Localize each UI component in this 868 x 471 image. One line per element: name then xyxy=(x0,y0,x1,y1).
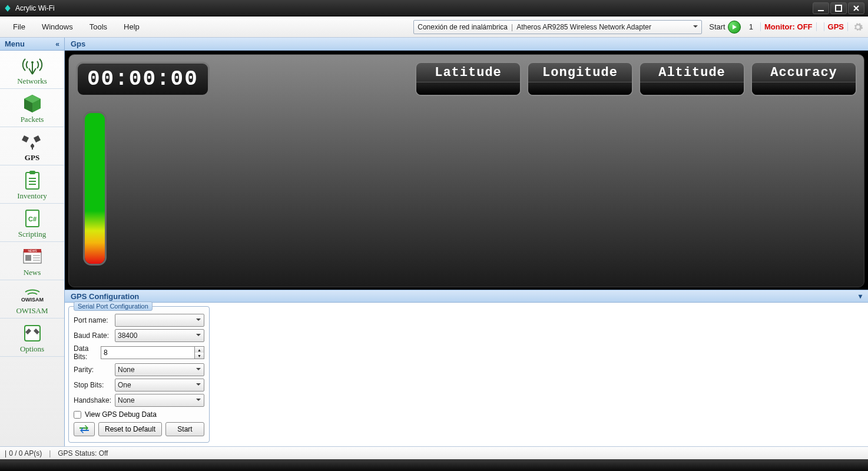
content-area: 00:00:00 Latitude Longitude Altitude xyxy=(65,51,868,446)
data-bits-spinner[interactable]: ▲ ▼ xyxy=(101,346,204,359)
menu-bar: File Windows Tools Help Conexión de red … xyxy=(0,16,868,38)
minimize-button[interactable] xyxy=(813,2,829,14)
collapse-panel-button[interactable]: ▾ xyxy=(859,292,862,300)
sidebar-item-news[interactable]: NEWS News xyxy=(0,242,64,280)
close-button[interactable] xyxy=(848,2,864,14)
sidebar-header-label: Menu xyxy=(5,39,25,48)
gps-config-title: GPS Configuration xyxy=(71,292,139,301)
coord-value xyxy=(752,82,856,95)
view-debug-label: View GPS Debug Data xyxy=(85,410,157,419)
svg-text:NEWS: NEWS xyxy=(28,249,37,253)
start-label: Start xyxy=(709,22,725,31)
monitor-status[interactable]: Monitor: OFF xyxy=(760,22,817,31)
sidebar-item-networks[interactable]: Networks xyxy=(0,51,64,89)
chevron-down-icon xyxy=(195,396,202,405)
gps-config-header: GPS Configuration ▾ xyxy=(65,290,868,303)
status-aps: 0 / 0 AP(s) xyxy=(9,449,42,457)
select-value: 38400 xyxy=(118,331,137,340)
antenna-icon xyxy=(1,54,63,77)
satellite-icon xyxy=(1,131,63,153)
sidebar-collapse-button[interactable]: « xyxy=(55,40,59,48)
sidebar-item-packets[interactable]: Packets xyxy=(0,89,64,127)
coord-label: Longitude xyxy=(528,63,632,82)
sidebar-item-owisam[interactable]: OWISAM OWISAM xyxy=(0,280,64,319)
gps-latitude-box: Latitude xyxy=(415,62,521,96)
clipboard-icon xyxy=(1,169,63,191)
sidebar-item-label: Networks xyxy=(1,77,63,86)
status-bar: | 0 / 0 AP(s) | GPS Status: Off xyxy=(0,446,868,459)
coord-value xyxy=(640,82,744,95)
parity-select[interactable]: None xyxy=(115,363,204,376)
gps-accuracy-box: Accuracy xyxy=(751,62,857,96)
sidebar-item-inventory[interactable]: Inventory xyxy=(0,165,64,204)
chevron-down-icon xyxy=(692,23,699,32)
menu-tools[interactable]: Tools xyxy=(81,20,115,34)
news-icon: NEWS xyxy=(1,246,63,268)
coord-label: Altitude xyxy=(640,63,744,82)
port-name-label: Port name: xyxy=(74,316,115,324)
sidebar-item-label: Scripting xyxy=(1,230,63,239)
gps-display-panel: 00:00:00 Latitude Longitude Altitude xyxy=(68,54,864,287)
gps-config-body: Serial Port Configuration Port name: Bau… xyxy=(65,303,868,446)
serial-port-fieldset: Serial Port Configuration Port name: Bau… xyxy=(68,306,210,443)
gps-longitude-box: Longitude xyxy=(527,62,633,96)
gps-signal-meter xyxy=(83,111,107,266)
chevron-down-icon xyxy=(195,381,202,390)
adapter-connection: Conexión de red inalámbrica xyxy=(418,23,508,31)
select-value: One xyxy=(118,381,131,389)
sidebar-item-label: Inventory xyxy=(1,191,63,201)
sidebar-item-label: Options xyxy=(1,344,63,354)
chevron-down-icon xyxy=(195,366,202,374)
refresh-ports-button[interactable] xyxy=(74,422,95,436)
svg-rect-5 xyxy=(29,171,35,174)
baud-rate-select[interactable]: 38400 xyxy=(115,329,204,342)
sidebar-item-label: News xyxy=(1,268,63,277)
gps-start-button[interactable]: Start xyxy=(165,422,204,436)
sidebar-item-scripting[interactable]: C# Scripting xyxy=(0,204,64,242)
fieldset-legend: Serial Port Configuration xyxy=(74,301,153,311)
gear-icon[interactable] xyxy=(853,22,863,32)
title-bar: Acrylic Wi-Fi xyxy=(0,0,868,16)
port-name-select[interactable] xyxy=(115,314,204,327)
gps-timer-value: 00:00:00 xyxy=(87,67,198,91)
menu-windows[interactable]: Windows xyxy=(34,20,81,34)
sidebar-item-label: GPS xyxy=(1,153,63,162)
toolbar-count: 1 xyxy=(749,22,753,31)
content-header-label: Gps xyxy=(71,39,85,48)
sidebar-item-gps[interactable]: GPS xyxy=(0,127,64,165)
handshake-label: Handshake: xyxy=(74,396,115,404)
spin-down-button[interactable]: ▼ xyxy=(195,353,204,359)
svg-rect-0 xyxy=(818,10,824,11)
reset-default-button[interactable]: Reset to Default xyxy=(98,422,162,436)
spin-up-button[interactable]: ▲ xyxy=(195,347,204,353)
adapter-select[interactable]: Conexión de red inalámbrica | Atheros AR… xyxy=(413,20,702,34)
sidebar: Networks Packets GPS Inventory C# Script… xyxy=(0,51,65,446)
handshake-select[interactable]: None xyxy=(115,394,204,407)
maximize-button[interactable] xyxy=(830,2,847,14)
select-value: None xyxy=(118,366,135,374)
stop-bits-label: Stop Bits: xyxy=(74,381,115,389)
menu-help[interactable]: Help xyxy=(115,20,148,34)
stop-bits-select[interactable]: One xyxy=(115,379,204,392)
chevron-down-icon xyxy=(195,331,202,340)
view-debug-checkbox[interactable] xyxy=(74,411,81,419)
menu-file[interactable]: File xyxy=(5,20,34,34)
sidebar-item-label: OWISAM xyxy=(1,306,63,316)
gps-timer: 00:00:00 xyxy=(76,62,210,97)
coord-value xyxy=(416,82,520,95)
start-button[interactable] xyxy=(728,21,741,34)
sidebar-item-options[interactable]: Options xyxy=(0,319,64,357)
data-bits-input[interactable] xyxy=(101,346,195,359)
owisam-icon: OWISAM xyxy=(1,284,63,306)
svg-point-2 xyxy=(31,61,34,64)
window-title: Acrylic Wi-Fi xyxy=(15,4,55,12)
signal-gradient xyxy=(85,113,105,264)
svg-text:C#: C# xyxy=(28,215,36,223)
code-file-icon: C# xyxy=(1,207,63,230)
gps-toggle[interactable]: GPS xyxy=(824,22,848,31)
coord-label: Latitude xyxy=(416,63,520,82)
status-gps: GPS Status: Off xyxy=(58,449,108,457)
coord-label: Accuracy xyxy=(752,63,856,82)
panel-header-strip: Menu « Gps xyxy=(0,38,868,51)
baud-rate-label: Baud Rate: xyxy=(74,331,115,340)
